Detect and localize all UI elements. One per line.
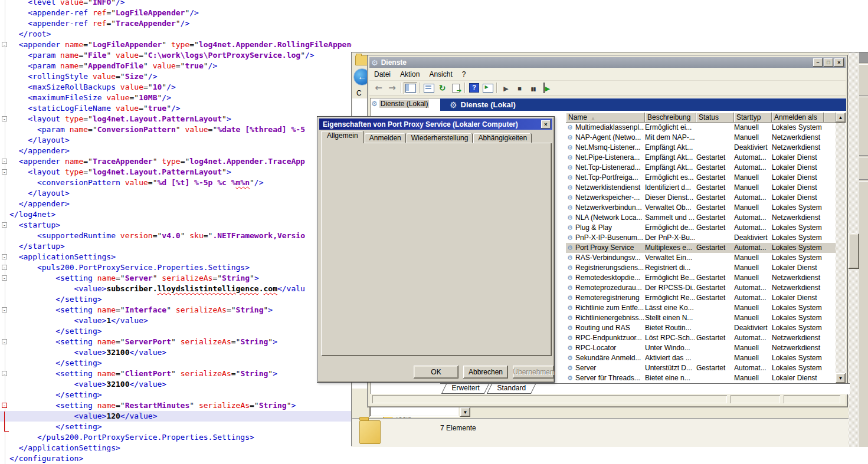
table-row[interactable]: ⚙ Richtlinie zum Entfe... Lässt eine Ko.… <box>566 303 836 313</box>
fold-toggle-icon[interactable]: - <box>2 275 7 281</box>
table-row[interactable]: ⚙ Server für Threads... Bietet eine n...… <box>566 373 836 383</box>
fold-toggle-icon[interactable]: - <box>2 222 7 228</box>
table-row[interactable]: ⚙ Port Proxy Service Multiplexes e... Ge… <box>566 243 836 253</box>
cell-name: PnP-X-IP-Busenum... <box>575 233 644 243</box>
fold-toggle-icon[interactable]: - <box>2 307 7 312</box>
table-row[interactable]: ⚙ Plug & Play Ermöglicht de... Gestartet… <box>566 223 836 233</box>
cell-name: Registrierungsdiens... <box>575 263 644 273</box>
maximize-button[interactable]: □ <box>824 58 833 67</box>
properties-icon[interactable] <box>422 82 435 94</box>
back-icon[interactable] <box>372 82 385 94</box>
close-button[interactable]: × <box>834 58 844 67</box>
scrollbar-thumb[interactable] <box>836 220 846 277</box>
table-row[interactable]: ⚙ Net.Tcp-Listenerad... Empfängt Akt... … <box>566 163 836 173</box>
table-row[interactable]: ⚙ Richtlinienergebniss... Stellt einen N… <box>566 313 836 323</box>
fold-toggle-icon[interactable]: - <box>2 371 7 376</box>
stop-icon[interactable] <box>513 82 526 94</box>
column-header-anmeldenals[interactable]: Anmelden als <box>772 113 824 123</box>
tab-wiederherstellung[interactable]: Wiederherstellung <box>407 133 473 143</box>
column-header-filler[interactable] <box>824 113 836 123</box>
cell-beschreibung: Mit dem NAP-... <box>645 133 695 143</box>
menu-item-?[interactable]: ? <box>457 69 471 80</box>
cell-anmelden-als: Netzwerkdienst <box>772 213 834 223</box>
start-icon[interactable] <box>499 82 513 94</box>
table-row[interactable]: ⚙ Remoteregistrierung Ermöglicht Re... G… <box>566 293 836 303</box>
tree-item-dienste-lokal[interactable]: ⚙ Dienste (Lokal) <box>371 100 440 108</box>
cell-beschreibung: Bietet Routin... <box>645 323 695 333</box>
table-row[interactable]: ⚙ Netzwerklistendienst Identifiziert d..… <box>566 183 836 193</box>
titlebar[interactable]: ⚙ Dienste – □ × <box>369 57 846 68</box>
view-tab-erweitert[interactable]: Erweitert <box>441 384 490 394</box>
export-icon[interactable] <box>449 82 463 94</box>
menu-item-ansicht[interactable]: Ansicht <box>424 69 457 80</box>
fold-toggle-icon[interactable]: - <box>2 169 7 175</box>
table-row[interactable]: ⚙ Net.Msmq-Listener... Empfängt Akt... D… <box>566 143 836 153</box>
dropdown-button[interactable]: ▼ <box>460 407 470 417</box>
minimize-button[interactable]: – <box>813 58 823 67</box>
table-row[interactable]: ⚙ Server Unterstützt D... Gestartet Auto… <box>566 363 836 373</box>
table-row[interactable]: ⚙ Registrierungsdiens... Registriert di.… <box>566 263 836 273</box>
uebernehmen-button[interactable]: Übernehmen <box>513 366 554 379</box>
xml-editor[interactable]: <level value="INFO"/> <appender-ref ref=… <box>0 0 352 464</box>
tab-abhngigkeiten[interactable]: Abhängigkeiten <box>473 133 532 143</box>
table-row[interactable]: ⚙ NAP-Agent (Netwo... Mit dem NAP-... Ma… <box>566 133 836 143</box>
show-window-icon[interactable] <box>481 82 494 94</box>
cell-name: Plug & Play <box>575 223 644 233</box>
scroll-down-button[interactable]: ▼ <box>836 373 846 383</box>
fold-toggle-icon[interactable]: - <box>2 159 7 164</box>
refresh-icon[interactable] <box>435 82 449 94</box>
table-scrollbar[interactable]: ▲ ▼ <box>836 113 846 383</box>
table-row[interactable]: ⚙ Remotedesktopdie... Ermöglicht Be... G… <box>566 273 836 283</box>
fold-toggle-icon[interactable]: - <box>2 254 7 259</box>
scroll-up-button[interactable]: ▲ <box>836 113 846 123</box>
table-row[interactable]: ⚙ Multimediaklassenpl... Ermöglicht ei..… <box>566 123 836 133</box>
table-row[interactable]: ⚙ Netzwerkspeicher-... Dieser Dienst... … <box>566 193 836 203</box>
forward-icon[interactable] <box>385 82 399 94</box>
table-row[interactable]: ⚙ PnP-X-IP-Busenum... Der PnP-X-Bu... De… <box>566 233 836 243</box>
ok-button[interactable]: OK <box>414 366 458 379</box>
fold-toggle-icon[interactable]: - <box>2 403 7 408</box>
code-line: </setting> <box>0 294 352 305</box>
column-header-beschreibung[interactable]: Beschreibung <box>645 113 696 123</box>
explorer-scrollbar[interactable] <box>849 52 859 447</box>
column-header-name[interactable]: Name▲ <box>566 113 645 123</box>
table-row[interactable]: ⚙ RPC-Endpunktzuor... Löst RPC-Sch... Ge… <box>566 333 836 343</box>
help-icon[interactable]: ? <box>467 82 481 94</box>
restart-icon[interactable] <box>540 82 553 94</box>
table-row[interactable]: ⚙ RPC-Locator Unter Windo... Manuell Net… <box>566 343 836 353</box>
table-row[interactable]: ⚙ Netzwerkverbindun... Verwaltet Ob... G… <box>566 203 836 213</box>
cell-status: Gestartet <box>696 183 733 193</box>
cell-name: Server <box>575 363 644 373</box>
console-tree-icon[interactable] <box>404 82 417 94</box>
table-row[interactable]: ⚙ Routing und RAS Bietet Routin... Deakt… <box>566 323 836 333</box>
cell-starttyp: Manuell <box>734 133 771 143</box>
menu-item-aktion[interactable]: Aktion <box>395 69 424 80</box>
table-row[interactable]: ⚙ Net.Tcp-Portfreiga... Ermöglicht es...… <box>566 173 836 183</box>
view-tab-standard[interactable]: Standard <box>487 384 536 394</box>
close-icon[interactable]: × <box>541 120 551 129</box>
tab-allgemein[interactable]: Allgemein <box>321 131 364 143</box>
table-row[interactable]: ⚙ NLA (Network Loca... Sammelt und ... G… <box>566 213 836 223</box>
fold-toggle-icon[interactable]: - <box>2 339 7 344</box>
table-row[interactable]: ⚙ RAS-Verbindungsv... Verwaltet Ein... M… <box>566 253 836 263</box>
fold-toggle-icon[interactable]: - <box>2 42 7 47</box>
big-folder-icon <box>359 420 381 444</box>
fold-toggle-icon[interactable]: - <box>2 116 7 121</box>
tab-anmelden[interactable]: Anmelden <box>365 133 406 143</box>
fold-toggle-icon[interactable]: - <box>2 265 7 270</box>
cell-name: Remoteprozedurau... <box>575 283 644 293</box>
fold-scope-bracket <box>4 412 9 432</box>
table-row[interactable]: ⚙ Net.Pipe-Listenera... Empfängt Akt... … <box>566 153 836 163</box>
column-header-starttyp[interactable]: Starttyp <box>734 113 772 123</box>
table-row[interactable]: ⚙ Remoteprozedurau... Der RPCSS-Di... Ge… <box>566 283 836 293</box>
cell-name: NAP-Agent (Netwo... <box>575 133 644 143</box>
menu-item-datei[interactable]: Datei <box>369 69 395 80</box>
cell-starttyp: Deaktiviert <box>734 233 771 243</box>
scrollbar-thumb[interactable] <box>849 233 859 269</box>
pause-icon[interactable] <box>526 82 540 94</box>
table-row[interactable]: ⚙ Sekundäre Anmeld... Aktiviert das ... … <box>566 353 836 363</box>
abbrechen-button[interactable]: Abbrechen <box>463 366 508 379</box>
address-field[interactable] <box>369 406 459 417</box>
column-header-status[interactable]: Status <box>696 113 734 123</box>
dialog-titlebar[interactable]: Eigenschaften von Port Proxy Service (Lo… <box>319 119 552 130</box>
